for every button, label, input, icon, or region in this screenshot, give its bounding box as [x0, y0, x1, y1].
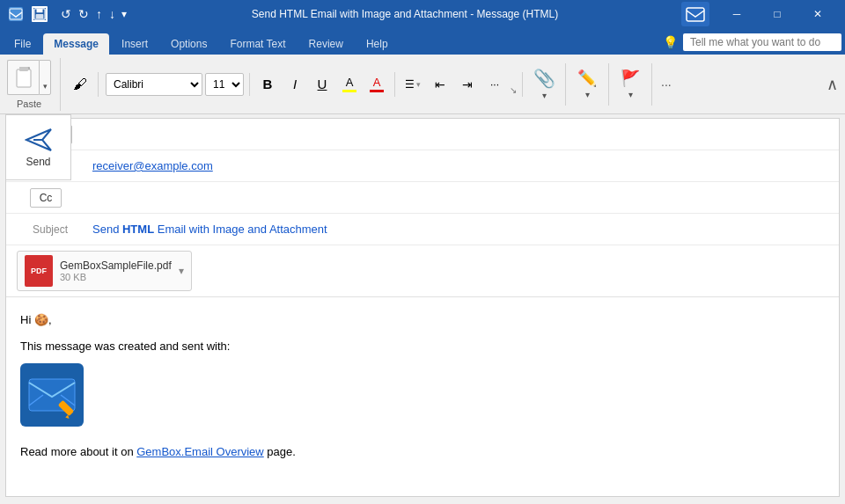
read-more-text: Read more about it on — [20, 445, 136, 458]
ribbon-search-input[interactable] — [683, 33, 841, 51]
title-bar-logo — [681, 2, 716, 26]
signature-button[interactable]: ✏️ ▾ — [571, 63, 603, 106]
tags-group: 📎 ▾ — [528, 63, 566, 106]
title-bar: ↺ ↻ ↑ ↓ ▾ Send HTML Email with Image and… — [0, 0, 845, 28]
paste-label: Paste — [17, 99, 41, 109]
minimize-button[interactable]: ─ — [716, 0, 757, 28]
email-compose-area: From ▾ To Cc Subject — [5, 118, 840, 497]
highlight-button[interactable]: A — [337, 72, 362, 97]
read-more-suffix: page. — [264, 445, 296, 458]
gembox-email-link[interactable]: GemBox.Email Overview — [136, 445, 263, 458]
clipboard-group: ▾ Paste — [7, 58, 61, 111]
window-title: Send HTML Email with Image and Attachmen… — [129, 8, 681, 20]
down-arrow-btn[interactable]: ↓ — [107, 5, 118, 23]
pdf-icon: PDF — [25, 255, 53, 287]
font-size-select[interactable]: 11 — [205, 73, 244, 96]
tab-review[interactable]: Review — [298, 33, 354, 55]
tab-file[interactable]: File — [4, 33, 41, 55]
underline-button[interactable]: U — [310, 72, 334, 97]
attachment-info: GemBoxSampleFile.pdf 30 KB — [60, 259, 172, 282]
title-bar-left: ↺ ↻ ↑ ↓ ▾ — [7, 5, 129, 23]
to-row: To — [6, 150, 839, 182]
ribbon-search-area: 💡 — [663, 33, 841, 55]
paste-dropdown-button[interactable]: ▾ — [39, 60, 51, 95]
to-input[interactable] — [92, 159, 832, 172]
message-paragraph: This message was created and sent with: — [20, 338, 825, 355]
send-icon — [25, 128, 53, 152]
svg-rect-3 — [37, 9, 43, 12]
send-label: Send — [26, 156, 50, 168]
subject-label-area: Subject — [6, 223, 85, 236]
bold-button[interactable]: B — [255, 72, 280, 97]
window-controls: ─ □ ✕ — [716, 0, 838, 28]
cc-row: Cc — [6, 182, 839, 214]
italic-button[interactable]: I — [283, 72, 307, 97]
up-arrow-btn[interactable]: ↑ — [93, 5, 105, 23]
to-field[interactable] — [85, 156, 839, 176]
font-color-button[interactable]: A — [364, 72, 389, 97]
greeting-emoji: 🍪 — [34, 313, 48, 326]
tab-insert[interactable]: Insert — [111, 33, 158, 55]
greeting-paragraph: Hi 🍪, — [20, 311, 825, 329]
priority-button[interactable]: 🚩 ▾ — [614, 63, 646, 106]
paste-button[interactable] — [7, 60, 39, 95]
cc-label-area: Cc — [6, 188, 85, 208]
bullets-button[interactable]: ☰▾ — [400, 72, 425, 97]
attachment-bar: PDF GemBoxSampleFile.pdf 30 KB ▾ — [6, 245, 839, 297]
tab-format-text[interactable]: Format Text — [219, 33, 296, 55]
email-body: Hi 🍪, This message was created and sent … — [6, 297, 839, 484]
font-group: Calibri 11 — [106, 73, 250, 96]
subject-label: Subject — [6, 223, 85, 236]
from-value — [85, 131, 839, 138]
font-family-select[interactable]: Calibri — [106, 73, 202, 96]
undo-btn[interactable]: ↺ — [58, 5, 74, 23]
format-painter-button[interactable]: 🖌 — [68, 72, 92, 97]
dropdown-arrow-btn[interactable]: ▾ — [120, 6, 129, 22]
attachment-dropdown-icon[interactable]: ▾ — [179, 265, 184, 277]
increase-indent-button[interactable]: ⇥ — [455, 72, 480, 97]
tab-message[interactable]: Message — [43, 33, 109, 55]
attachment-filename: GemBoxSampleFile.pdf — [60, 259, 172, 272]
cc-field[interactable] — [85, 187, 839, 208]
svg-rect-7 — [17, 69, 31, 87]
subject-bold-html: HTML — [122, 223, 154, 236]
tab-help[interactable]: Help — [356, 33, 399, 55]
from-row: From ▾ — [6, 119, 839, 150]
svg-rect-4 — [36, 14, 44, 18]
save-icon[interactable] — [32, 6, 48, 22]
svg-rect-8 — [19, 67, 28, 71]
attachment-item[interactable]: PDF GemBoxSampleFile.pdf 30 KB ▾ — [17, 251, 192, 291]
decrease-indent-button[interactable]: ⇤ — [428, 72, 452, 97]
email-logo-image — [20, 363, 825, 429]
redo-btn[interactable]: ↻ — [76, 5, 92, 23]
close-button[interactable]: ✕ — [797, 0, 838, 28]
read-more-paragraph: Read more about it on GemBox.Email Overv… — [20, 443, 825, 461]
send-button[interactable]: Send — [5, 114, 71, 180]
priority-group: 🚩 ▾ — [614, 63, 652, 106]
paragraph-expand-icon: ↘ — [510, 85, 517, 95]
ribbon-collapse-btn[interactable]: ∧ — [827, 75, 838, 94]
text-format-group: B I U A A — [255, 72, 395, 97]
lightbulb-icon: 💡 — [663, 35, 678, 49]
attachment-filesize: 30 KB — [60, 272, 172, 282]
greeting-hi: Hi — [20, 313, 31, 326]
svg-rect-5 — [687, 8, 704, 21]
message-text: This message was created and sent with: — [20, 340, 230, 353]
format-painter-group: 🖌 — [68, 72, 99, 97]
more-paragraph-button[interactable]: ··· — [482, 72, 507, 97]
ribbon-toolbar: ▾ Paste 🖌 Calibri 11 B I U A A ☰▾ ⇤ — [0, 55, 845, 114]
ribbon-tabs: File Message Insert Options Format Text … — [0, 28, 845, 55]
attach-button[interactable]: 📎 ▾ — [528, 63, 560, 106]
subject-row: Subject Send HTML Email with Image and A… — [6, 214, 839, 245]
app-icon — [7, 5, 25, 23]
subject-field[interactable]: Send HTML Email with Image and Attachmen… — [85, 219, 839, 239]
paragraph-group: ☰▾ ⇤ ⇥ ··· ↘ — [400, 72, 523, 97]
cc-input[interactable] — [92, 191, 832, 204]
tab-options[interactable]: Options — [160, 33, 217, 55]
gembox-logo-svg — [20, 363, 84, 427]
signature-group: ✏️ ▾ — [571, 63, 609, 106]
cc-button[interactable]: Cc — [30, 188, 62, 208]
paste-btn-area: ▾ — [7, 60, 51, 95]
more-btn[interactable]: ··· — [658, 74, 675, 95]
restore-button[interactable]: □ — [757, 0, 797, 28]
